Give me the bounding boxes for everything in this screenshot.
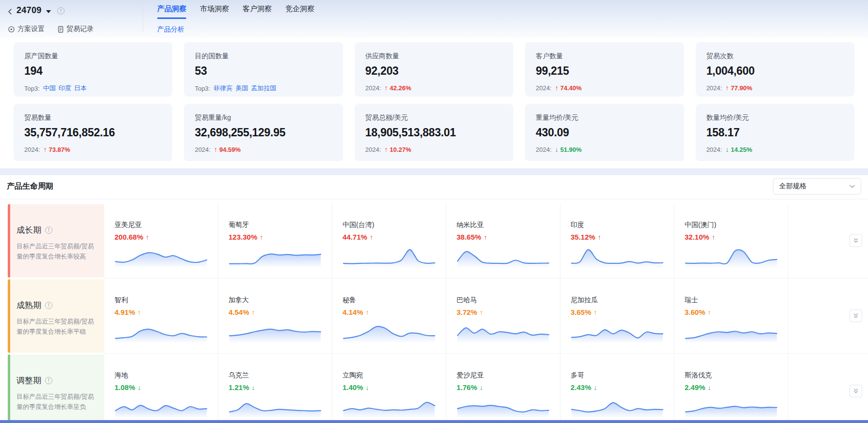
spec-filter-select[interactable]: 全部规格 — [773, 178, 861, 195]
pct-arrow-up-icon: ↑ — [712, 233, 715, 241]
plan-settings-label: 方案设置 — [17, 25, 45, 33]
stat-label: 贸易次数 — [706, 52, 844, 61]
stat-label: 供应商数量 — [365, 52, 503, 61]
main-tabs: 产品洞察 市场洞察 客户洞察 竞企洞察 — [157, 4, 314, 19]
country-cell: 纳米比亚38.65%↑ — [446, 203, 560, 278]
country-growth: 2.49%↓ — [685, 383, 788, 391]
pct-arrow-down-icon: ↓ — [708, 384, 711, 391]
tab-competitor-insight[interactable]: 竞企洞察 — [285, 4, 314, 19]
stat-value: 1,004,600 — [706, 65, 844, 78]
country-growth: 4.91%↑ — [115, 308, 218, 316]
country-pct: 32.10% — [685, 233, 709, 241]
plan-settings-button[interactable]: 方案设置 — [8, 25, 45, 33]
country-growth: 32.10%↑ — [685, 233, 788, 241]
stat-subline: 2024:↑77.90% — [706, 84, 844, 92]
country-name: 乌克兰 — [229, 371, 332, 380]
country-growth: 4.54%↑ — [229, 308, 332, 316]
country-name: 斯洛伐克 — [685, 371, 788, 380]
stage-name: 成熟期 — [16, 300, 41, 311]
tab-market-insight[interactable]: 市场洞察 — [200, 4, 229, 19]
stage-info-icon[interactable]: ! — [45, 227, 52, 234]
top3-country-link[interactable]: 菲律宾 — [213, 84, 232, 93]
stage-info-icon[interactable]: ! — [45, 302, 52, 309]
stat-subline: Top3:中国印度日本 — [24, 84, 162, 93]
sparkline-chart — [571, 395, 664, 418]
country-cell: 葡萄牙123.30%↑ — [218, 203, 332, 278]
trade-records-label: 贸易记录 — [66, 25, 94, 33]
stat-card: 贸易总额/美元18,905,513,883.012024:↑10.27% — [355, 104, 513, 161]
target-icon — [8, 26, 15, 33]
country-name: 巴哈马 — [457, 296, 560, 305]
country-pct: 3.60% — [685, 308, 705, 316]
year-label: 2024: — [536, 146, 552, 153]
year-label: 2024: — [195, 146, 211, 153]
sparkline-chart — [685, 395, 778, 418]
expand-row-button[interactable] — [850, 234, 862, 247]
top3-country-link[interactable]: 中国 — [43, 84, 56, 93]
info-icon[interactable]: ! — [57, 7, 65, 15]
pct-arrow-up-icon: ↑ — [594, 309, 597, 316]
back-icon[interactable] — [7, 7, 16, 16]
stat-card: 数量均价/美元158.172024:↓14.25% — [696, 104, 854, 161]
stage-title: 调整期! — [16, 375, 98, 386]
top3-country-link[interactable]: 印度 — [59, 84, 71, 93]
tab-customer-insight[interactable]: 客户洞察 — [243, 4, 272, 19]
stat-card-row: 贸易数量35,757,716,852.162024:↑73.87%贸易重量/kg… — [14, 104, 854, 161]
stage-panel: 调整期!目标产品近三年贸易额/贸易量的季度复合增长率呈负 — [8, 355, 104, 423]
stage-panel: 成长期!目标产品近三年贸易额/贸易量的季度复合增长率较高 — [8, 204, 104, 277]
top3-country-link[interactable]: 日本 — [74, 84, 87, 93]
country-pct: 200.68% — [115, 233, 143, 241]
country-cell: 亚美尼亚200.68%↑ — [104, 203, 218, 278]
trend-pct: 42.26% — [390, 84, 411, 92]
trend-pct: 51.90% — [560, 146, 582, 153]
lifecycle-section: 产品生命周期 全部规格 成长期!目标产品近三年贸易额/贸易量的季度复合增长率较高… — [0, 175, 868, 423]
country-name: 加拿大 — [229, 296, 332, 305]
pct-arrow-up-icon: ↑ — [138, 309, 141, 316]
trend-arrow-up-icon: ↑ — [44, 146, 47, 153]
stat-subline: 2024:↑74.40% — [536, 84, 673, 92]
country-cell: 智利4.91%↑ — [104, 278, 218, 353]
stat-label: 贸易数量 — [24, 114, 162, 122]
country-pct: 4.14% — [343, 308, 363, 316]
pct-arrow-up-icon: ↑ — [252, 309, 255, 316]
tab-product-insight[interactable]: 产品洞察 — [157, 4, 186, 19]
trade-records-button[interactable]: 贸易记录 — [57, 25, 94, 33]
top3-country-link[interactable]: 孟加拉国 — [251, 84, 276, 93]
top3-country-link[interactable]: 美国 — [235, 84, 248, 93]
lifecycle-grid: 成长期!目标产品近三年贸易额/贸易量的季度复合增长率较高亚美尼亚200.68%↑… — [0, 199, 868, 423]
expand-row-button[interactable] — [850, 385, 862, 397]
country-growth: 200.68%↑ — [115, 233, 218, 241]
country-cell: 尼加拉瓜3.65%↑ — [560, 278, 674, 353]
stat-card: 重量均价/美元430.092024:↓51.90% — [525, 104, 684, 161]
stat-card: 供应商数量92,2032024:↑42.26% — [355, 42, 513, 97]
expand-row-button[interactable] — [850, 309, 862, 322]
sparkline-chart — [457, 245, 550, 267]
country-name: 秘鲁 — [343, 296, 446, 305]
country-growth: 44.71%↑ — [343, 233, 446, 241]
stage-name: 成长期 — [16, 225, 41, 236]
stat-subline: 2024:↓51.90% — [536, 146, 673, 153]
country-pct: 1.76% — [457, 383, 477, 391]
pct-arrow-up-icon: ↑ — [370, 233, 373, 241]
stat-subline: Top3:菲律宾美国孟加拉国 — [195, 84, 332, 93]
stat-card: 原产国数量194Top3:中国印度日本 — [14, 42, 172, 97]
stage-info-icon[interactable]: ! — [45, 377, 52, 384]
stage-description: 目标产品近三年贸易额/贸易量的季度复合增长率平稳 — [16, 316, 98, 337]
country-pct: 44.71% — [343, 233, 367, 241]
lifecycle-row-adjust: 调整期!目标产品近三年贸易额/贸易量的季度复合增长率呈负海地1.08%↓乌克兰1… — [0, 354, 868, 423]
sparkline-chart — [571, 245, 664, 267]
stat-card: 目的国数量53Top3:菲律宾美国孟加拉国 — [184, 42, 343, 97]
stat-card: 贸易次数1,004,6002024:↑77.90% — [696, 42, 854, 97]
year-label: 2024: — [365, 84, 381, 92]
plan-id[interactable]: 24709 — [16, 5, 42, 16]
stat-label: 数量均价/美元 — [706, 114, 844, 122]
subtab-product-analysis[interactable]: 产品分析 — [157, 25, 184, 34]
trend-arrow-up-icon: ↑ — [214, 146, 217, 153]
pct-arrow-down-icon: ↓ — [480, 384, 483, 391]
stage-cells: 海地1.08%↓乌克兰1.21%↓立陶宛1.40%↓爱沙尼亚1.76%↓多哥2.… — [104, 354, 868, 423]
country-cell: 加拿大4.54%↑ — [218, 278, 332, 353]
pct-arrow-down-icon: ↓ — [252, 384, 255, 391]
country-cell: 多哥2.43%↓ — [560, 354, 674, 423]
country-cell: 爱沙尼亚1.76%↓ — [446, 354, 560, 423]
plan-dropdown-caret-icon[interactable] — [46, 10, 51, 13]
